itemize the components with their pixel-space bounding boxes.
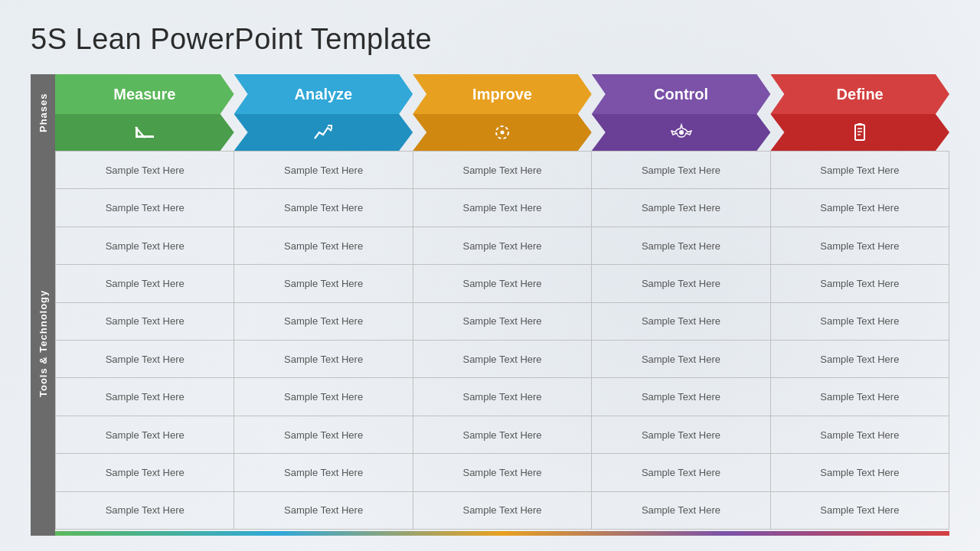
- data-grid: Sample Text HereSample Text HereSample T…: [55, 151, 949, 530]
- table-row: Sample Text HereSample Text HereSample T…: [56, 378, 949, 416]
- define-icon-cell: [770, 114, 949, 151]
- improve-label: Improve: [472, 86, 532, 103]
- data-cell: Sample Text Here: [413, 189, 592, 227]
- sidebar-tools-label: Tools & Technology: [31, 151, 55, 536]
- data-cell: Sample Text Here: [592, 227, 770, 265]
- analyze-svg-icon: [312, 122, 334, 143]
- measure-icon-cell: [55, 114, 234, 151]
- bottom-bar: [55, 531, 949, 536]
- header-row: Measure Analyze: [55, 74, 949, 151]
- data-cell: Sample Text Here: [413, 341, 592, 378]
- data-cell: Sample Text Here: [592, 341, 770, 378]
- data-cell: Sample Text Here: [592, 454, 770, 491]
- data-cell: Sample Text Here: [234, 454, 413, 491]
- data-cell: Sample Text Here: [771, 454, 949, 491]
- data-cell: Sample Text Here: [413, 492, 592, 530]
- data-cell: Sample Text Here: [234, 227, 413, 265]
- data-cell: Sample Text Here: [56, 303, 234, 341]
- data-cell: Sample Text Here: [592, 265, 770, 302]
- data-cell: Sample Text Here: [56, 378, 234, 416]
- sidebar: Phases Tools & Technology: [31, 74, 55, 536]
- phase-control: Control: [592, 74, 771, 151]
- data-cell: Sample Text Here: [771, 341, 949, 378]
- data-cell: Sample Text Here: [234, 303, 413, 341]
- svg-rect-10: [858, 123, 862, 126]
- control-icon-cell: [592, 114, 771, 151]
- table-row: Sample Text HereSample Text HereSample T…: [56, 341, 949, 378]
- phase-analyze: Analyze: [234, 74, 413, 151]
- data-cell: Sample Text Here: [56, 492, 234, 530]
- data-cell: Sample Text Here: [56, 189, 234, 227]
- define-header: Define: [770, 74, 949, 114]
- data-cell: Sample Text Here: [592, 416, 770, 454]
- table-area: Measure Analyze: [55, 74, 949, 536]
- data-cell: Sample Text Here: [413, 454, 592, 491]
- measure-label: Measure: [113, 86, 175, 103]
- data-cell: Sample Text Here: [234, 492, 413, 530]
- table-row: Sample Text HereSample Text HereSample T…: [56, 227, 949, 265]
- define-svg-icon: [849, 122, 871, 143]
- data-cell: Sample Text Here: [771, 303, 949, 341]
- data-cell: Sample Text Here: [234, 152, 413, 189]
- data-cell: Sample Text Here: [592, 152, 770, 189]
- data-cell: Sample Text Here: [56, 227, 234, 265]
- data-cell: Sample Text Here: [234, 341, 413, 378]
- data-cell: Sample Text Here: [234, 378, 413, 416]
- measure-svg-icon: [134, 122, 155, 143]
- data-cell: Sample Text Here: [592, 189, 770, 227]
- improve-svg-icon: [492, 122, 513, 143]
- measure-header: Measure: [55, 74, 234, 114]
- data-cell: Sample Text Here: [771, 378, 949, 416]
- sidebar-phases-label: Phases: [31, 74, 55, 151]
- svg-point-4: [500, 131, 504, 135]
- data-cell: Sample Text Here: [413, 227, 592, 265]
- control-header: Control: [592, 74, 771, 114]
- control-label: Control: [654, 86, 708, 103]
- data-cell: Sample Text Here: [56, 416, 234, 454]
- data-cell: Sample Text Here: [234, 416, 413, 454]
- page: 5S Lean PowerPoint Template Phases Tools…: [0, 0, 980, 551]
- data-cell: Sample Text Here: [592, 492, 770, 530]
- data-cell: Sample Text Here: [592, 303, 770, 341]
- data-cell: Sample Text Here: [413, 378, 592, 416]
- analyze-label: Analyze: [295, 86, 353, 103]
- data-cell: Sample Text Here: [56, 454, 234, 491]
- data-cell: Sample Text Here: [771, 492, 949, 530]
- data-cell: Sample Text Here: [771, 265, 949, 302]
- table-row: Sample Text HereSample Text HereSample T…: [56, 416, 949, 454]
- table-row: Sample Text HereSample Text HereSample T…: [56, 152, 949, 189]
- page-title: 5S Lean PowerPoint Template: [31, 23, 949, 56]
- control-svg-icon: [671, 122, 692, 143]
- table-row: Sample Text HereSample Text HereSample T…: [56, 189, 949, 227]
- svg-rect-6: [855, 125, 864, 140]
- phase-define: Define: [770, 74, 949, 151]
- phase-improve: Improve: [413, 74, 592, 151]
- data-cell: Sample Text Here: [413, 303, 592, 341]
- data-cell: Sample Text Here: [771, 227, 949, 265]
- main-content: Phases Tools & Technology Measure: [31, 74, 949, 536]
- table-row: Sample Text HereSample Text HereSample T…: [56, 492, 949, 530]
- data-cell: Sample Text Here: [56, 152, 234, 189]
- data-cell: Sample Text Here: [592, 378, 770, 416]
- improve-header: Improve: [413, 74, 592, 114]
- data-cell: Sample Text Here: [413, 152, 592, 189]
- data-cell: Sample Text Here: [771, 416, 949, 454]
- data-cell: Sample Text Here: [56, 265, 234, 302]
- data-cell: Sample Text Here: [234, 265, 413, 302]
- table-row: Sample Text HereSample Text HereSample T…: [56, 265, 949, 302]
- data-cell: Sample Text Here: [413, 265, 592, 302]
- data-cell: Sample Text Here: [771, 152, 949, 189]
- data-cell: Sample Text Here: [771, 189, 949, 227]
- table-row: Sample Text HereSample Text HereSample T…: [56, 303, 949, 341]
- define-label: Define: [837, 86, 884, 103]
- svg-point-5: [679, 130, 684, 135]
- phase-measure: Measure: [55, 74, 234, 151]
- analyze-header: Analyze: [234, 74, 413, 114]
- improve-icon-cell: [413, 114, 592, 151]
- table-row: Sample Text HereSample Text HereSample T…: [56, 454, 949, 491]
- analyze-icon-cell: [234, 114, 413, 151]
- data-cell: Sample Text Here: [413, 416, 592, 454]
- data-cell: Sample Text Here: [56, 341, 234, 378]
- data-cell: Sample Text Here: [234, 189, 413, 227]
